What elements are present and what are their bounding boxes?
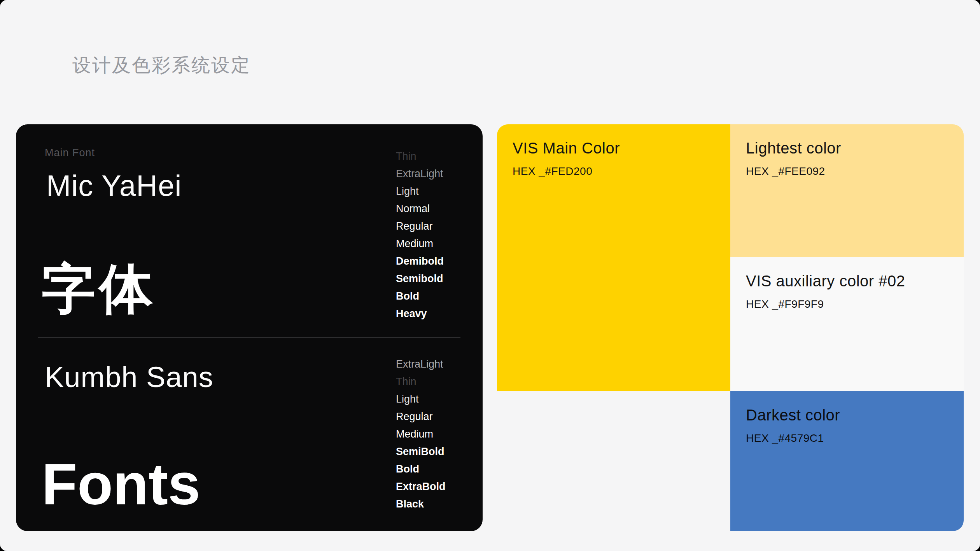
font-weight-item: Light	[396, 183, 478, 200]
color-card-title: Darkest color	[746, 406, 840, 424]
color-card-vis-main: VIS Main Color HEX _#FED200	[497, 124, 730, 391]
font-weight-item: Black	[396, 495, 478, 513]
font-weight-item: Bold	[396, 288, 478, 305]
color-card-title: VIS auxiliary color #02	[746, 272, 905, 290]
color-card-title: Lightest color	[746, 139, 841, 157]
font-weight-item: Regular	[396, 218, 478, 235]
font-weight-item: Heavy	[396, 305, 478, 323]
font-weight-item: ExtraLight	[396, 356, 478, 373]
color-card-darkest: Darkest color HEX _#4579C1	[730, 391, 964, 531]
color-card-hex: HEX _#FED200	[513, 165, 592, 178]
font-weight-item: Normal	[396, 200, 478, 218]
font-spec-card: Main Font Mic YaHei Thin ExtraLight Ligh…	[16, 124, 483, 531]
font-weight-item: Medium	[396, 425, 478, 443]
primary-weight-list: Thin ExtraLight Light Normal Regular Med…	[396, 148, 478, 323]
color-card-hex: HEX _#FEE092	[746, 165, 825, 178]
latin-specimen-text: Fonts	[42, 455, 200, 513]
page-title: 设计及色彩系统设定	[72, 53, 251, 78]
font-weight-item: Thin	[396, 148, 478, 165]
font-weight-item: ExtraBold	[396, 478, 478, 495]
color-card-title: VIS Main Color	[513, 139, 620, 157]
font-weight-item: SemiBold	[396, 443, 478, 460]
color-card-hex: HEX _#4579C1	[746, 432, 824, 445]
font-weight-item: Thin	[396, 373, 478, 391]
cjk-specimen-text: 字体	[42, 262, 157, 316]
color-card-auxiliary: VIS auxiliary color #02 HEX _#F9F9F9	[730, 257, 964, 391]
card-divider	[38, 337, 460, 338]
font-weight-item: Bold	[396, 460, 478, 478]
color-swatch-grid: VIS Main Color HEX _#FED200 Lightest col…	[497, 124, 964, 531]
font-weight-item: Medium	[396, 235, 478, 253]
font-weight-item: Demibold	[396, 253, 478, 270]
primary-font-name: Mic YaHei	[46, 171, 182, 201]
color-card-hex: HEX _#F9F9F9	[746, 298, 824, 310]
slide-canvas: 设计及色彩系统设定 Main Font Mic YaHei Thin Extra…	[0, 0, 980, 551]
secondary-weight-list: ExtraLight Thin Light Regular Medium Sem…	[396, 356, 478, 513]
font-weight-item: ExtraLight	[396, 165, 478, 183]
font-weight-item: Regular	[396, 408, 478, 425]
color-card-lightest: Lightest color HEX _#FEE092	[730, 124, 964, 257]
main-font-label: Main Font	[45, 147, 95, 159]
font-weight-item: Light	[396, 391, 478, 408]
secondary-font-name: Kumbh Sans	[45, 363, 214, 392]
font-weight-item: Semibold	[396, 270, 478, 288]
